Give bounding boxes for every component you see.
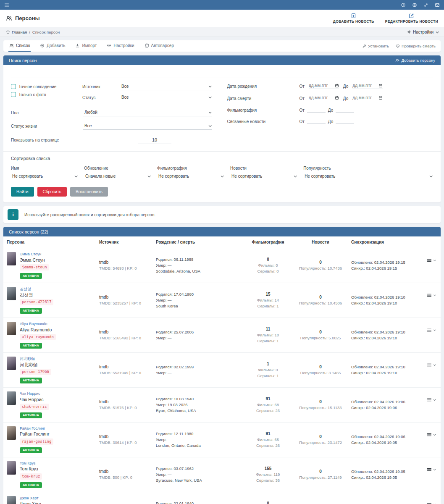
row-menu-button[interactable] <box>427 467 435 472</box>
edit-news-button[interactable]: РЕДАКТИРОВАТЬ НОВОСТИ <box>385 13 438 24</box>
from-label: От <box>300 84 305 89</box>
info-alert-text: Используйте расширенный поиск и сортиров… <box>24 213 155 217</box>
gender-select[interactable]: Любой <box>83 109 212 116</box>
add-news-button[interactable]: ДОБАВИТЬ НОВОСТЬ <box>333 13 374 24</box>
related-news-from-input[interactable] <box>307 119 326 124</box>
add-person-button[interactable]: Добавить персону <box>395 58 435 63</box>
list-menu-icon <box>427 362 432 368</box>
name-search-input[interactable] <box>11 70 433 78</box>
death-from-input[interactable] <box>309 95 339 101</box>
person-code[interactable]: chak-norris <box>20 404 49 410</box>
person-code[interactable]: tom-kruz <box>20 473 42 480</box>
death-to-input[interactable] <box>352 95 383 101</box>
install-button[interactable]: Установить <box>362 44 389 48</box>
synced-at: Синхр.: 02.04.2026 19:10 <box>351 335 418 341</box>
person-code[interactable]: rajan-gosling <box>20 438 53 445</box>
list-menu-icon <box>427 467 432 472</box>
tabs-bar: Список Добавить Импорт Настройки Автопар… <box>3 40 441 52</box>
birth-from-input[interactable] <box>309 83 339 89</box>
person-photo[interactable] <box>7 357 16 370</box>
row-menu-button[interactable] <box>427 258 435 263</box>
tab-autoparser[interactable]: Автопарсер <box>144 40 175 52</box>
only-photo-option[interactable]: Только с фото <box>11 92 82 97</box>
find-button[interactable]: Найти <box>11 187 34 197</box>
updated-at: Обновлено: 02.04.2026 19:10 <box>351 329 418 335</box>
sort-popularity-select[interactable]: Не сортировать <box>303 173 433 180</box>
exact-match-option[interactable]: Точное совпадение <box>11 84 82 89</box>
sort-name-select[interactable]: Не сортировать <box>11 173 78 180</box>
person-link[interactable]: Чак Норрис <box>20 391 49 396</box>
tab-list[interactable]: Список <box>8 40 31 52</box>
row-menu-button[interactable] <box>427 362 435 368</box>
films-count: Фильмы: 119 <box>246 472 290 478</box>
person-photo[interactable] <box>7 252 16 265</box>
row-menu-button[interactable] <box>427 432 435 437</box>
filmography-to-input[interactable] <box>336 108 354 113</box>
person-photo[interactable] <box>7 496 16 504</box>
per-page-input[interactable] <box>138 136 171 144</box>
films-count: Фильмы: 0 <box>246 262 290 268</box>
person-link[interactable]: Aliya Raymundo <box>20 322 56 327</box>
plus-circle-icon <box>40 43 45 48</box>
tab-add[interactable]: Добавить <box>39 40 66 52</box>
source-name: tmdb <box>99 434 149 440</box>
person-code[interactable]: person-422617 <box>20 299 53 305</box>
person-code[interactable]: person-17966 <box>20 369 51 375</box>
news-count: 0 <box>297 469 344 475</box>
sort-news-select[interactable]: Не сортировать <box>230 173 297 180</box>
person-code[interactable]: aliya-raymundo <box>20 334 56 340</box>
person-photo[interactable] <box>7 287 16 300</box>
person-code[interactable]: jemma-stoun <box>20 264 49 270</box>
person-link[interactable]: Джон Хёрт <box>20 496 47 501</box>
row-menu-button[interactable] <box>427 397 435 402</box>
row-menu-button[interactable] <box>427 328 435 333</box>
persons-table: Список персон (22) Персона Источник Рожд… <box>3 227 441 504</box>
restore-button[interactable]: Восстановить <box>70 187 108 197</box>
person-photo[interactable] <box>7 391 16 405</box>
person-photo[interactable] <box>7 426 16 440</box>
related-news-to-input[interactable] <box>336 119 354 124</box>
sort-filmography-select[interactable]: Не сортировать <box>157 173 224 180</box>
row-menu-button[interactable] <box>427 502 435 504</box>
person-link[interactable]: Эмма Стоун <box>20 252 49 257</box>
col-birth-death: Рождение / смерть <box>152 236 243 248</box>
check-death-button[interactable]: Проверить смерть <box>396 44 436 48</box>
mail-icon[interactable] <box>435 3 440 8</box>
person-link[interactable]: 김선영 <box>20 287 53 292</box>
globe-icon[interactable] <box>412 3 417 8</box>
info-alert: i Используйте расширенный поиск и сортир… <box>3 206 441 223</box>
status-select[interactable]: Все <box>120 94 212 101</box>
source-select[interactable]: Все <box>120 83 212 90</box>
row-menu-button[interactable] <box>427 293 435 298</box>
sort-update-select[interactable]: Сначала новые <box>84 173 151 180</box>
birth-place: London, Ontario, Canada <box>156 443 239 449</box>
add-news-label: ДОБАВИТЬ НОВОСТЬ <box>333 19 374 24</box>
only-photo-checkbox[interactable] <box>11 92 16 97</box>
breadcrumb-bar: Главная / Список персон Настройки <box>0 27 444 37</box>
chevron-down-icon <box>433 363 436 366</box>
filmography-from-input[interactable] <box>307 108 326 113</box>
born-date: Родился: 17.04.1980 <box>156 291 239 297</box>
breadcrumb-home[interactable]: Главная <box>6 30 27 34</box>
person-photo[interactable] <box>7 461 16 475</box>
person-link[interactable]: 河北彩伽 <box>20 357 51 362</box>
person-link[interactable]: Райан Гослинг <box>20 426 53 431</box>
tab-settings[interactable]: Настройки <box>106 40 135 52</box>
birth-to-input[interactable] <box>352 83 383 89</box>
updated-at: Обновлено: 02.04.2026 19:10 <box>351 294 418 300</box>
news-count: 0 <box>297 434 344 440</box>
fullscreen-icon[interactable] <box>423 3 428 8</box>
reset-button[interactable]: Сбросить <box>37 187 67 197</box>
from-label: От <box>300 108 305 113</box>
life-status-select[interactable]: Все <box>83 123 212 130</box>
person-photo[interactable] <box>7 322 16 335</box>
person-link[interactable]: Том Круз <box>20 461 42 466</box>
list-menu-icon <box>427 293 432 298</box>
films-count: Фильмы: 10 <box>246 332 290 338</box>
exact-match-checkbox[interactable] <box>11 84 16 89</box>
history-icon[interactable] <box>401 3 406 8</box>
tab-import[interactable]: Импорт <box>74 40 97 52</box>
death-date: Умер: — <box>156 335 239 341</box>
menu-icon[interactable] <box>4 3 9 8</box>
settings-dropdown[interactable]: Настройки <box>407 30 438 34</box>
